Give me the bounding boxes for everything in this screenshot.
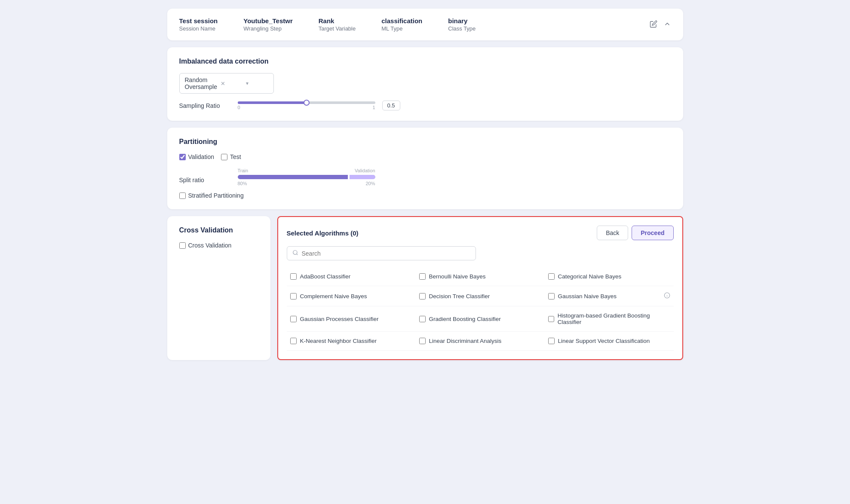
- class-label: binary: [448, 17, 476, 24]
- algo-name: Categorical Naive Bayes: [558, 273, 622, 280]
- algo-name: Complement Naive Bayes: [300, 293, 367, 299]
- edit-icon[interactable]: [650, 20, 657, 29]
- slider-thumb[interactable]: [304, 100, 310, 106]
- split-ratio-row: Split ratio Train Validation 80% 20%: [179, 168, 671, 186]
- algos-header: Selected Algorithms (0) Back Proceed: [287, 226, 674, 240]
- algo-item[interactable]: Categorical Naive Bayes: [545, 267, 674, 286]
- cross-validation-section: Cross Validation Cross Validation: [167, 216, 270, 360]
- algo-item[interactable]: Gaussian Naive Bayes: [545, 286, 674, 306]
- validation-checkbox[interactable]: [179, 154, 186, 160]
- stratified-label: Stratified Partitioning: [188, 192, 244, 199]
- ml-field: classification ML Type: [381, 17, 422, 32]
- partitioning-title: Partitioning: [179, 138, 671, 146]
- algo-checkbox[interactable]: [290, 273, 297, 280]
- slider-fill: [238, 101, 307, 104]
- val-pct: 20%: [348, 181, 375, 186]
- validation-checkbox-item[interactable]: Validation: [179, 153, 214, 160]
- algo-name: Gaussian Naive Bayes: [558, 293, 617, 299]
- algo-checkbox[interactable]: [419, 273, 426, 280]
- algo-checkbox[interactable]: [290, 316, 297, 322]
- algo-checkbox[interactable]: [548, 316, 554, 322]
- partitioning-section: Partitioning Validation Test Split ratio…: [167, 128, 683, 209]
- algo-item[interactable]: K-Nearest Neighbor Classifier: [287, 332, 416, 351]
- dropdown-value: Random Oversample: [185, 76, 217, 90]
- algo-item[interactable]: Gradient Boosting Classifier: [416, 306, 545, 332]
- algo-checkbox[interactable]: [548, 293, 555, 299]
- algo-name: Gaussian Processes Classifier: [300, 316, 379, 322]
- svg-point-0: [293, 250, 297, 254]
- header-actions: [650, 20, 671, 29]
- sampling-ratio-label: Sampling Ratio: [179, 102, 231, 109]
- session-value: Session Name: [179, 25, 218, 32]
- wrangling-label: Youtube_Testwr: [243, 17, 292, 24]
- algos-title: Selected Algorithms (0): [287, 229, 359, 237]
- algo-name: Linear Support Vector Classification: [558, 338, 650, 344]
- split-pct-labels: 80% 20%: [238, 181, 375, 186]
- slider-track[interactable]: [238, 101, 375, 104]
- algo-name: Linear Discriminant Analysis: [429, 338, 502, 344]
- algo-checkbox[interactable]: [548, 273, 555, 280]
- split-axis-labels: Train Validation: [238, 168, 375, 173]
- ml-value: ML Type: [381, 25, 422, 32]
- search-box[interactable]: [287, 246, 476, 260]
- algo-checkbox[interactable]: [290, 293, 297, 299]
- search-icon: [292, 250, 298, 257]
- cross-val-checkbox[interactable]: [179, 242, 186, 249]
- info-icon[interactable]: [664, 292, 670, 300]
- algo-checkbox[interactable]: [419, 338, 426, 344]
- algo-name: Decision Tree Classifier: [429, 293, 490, 299]
- validation-label: Validation: [188, 153, 214, 160]
- split-ratio-label: Split ratio: [179, 168, 231, 183]
- chevron-down-icon[interactable]: ▾: [246, 80, 268, 86]
- split-divider: [348, 175, 350, 179]
- train-pct: 80%: [238, 181, 348, 186]
- slider-max: 1: [372, 105, 375, 110]
- stratified-checkbox-item[interactable]: Stratified Partitioning: [179, 192, 671, 199]
- cross-val-checkbox-item[interactable]: Cross Validation: [179, 242, 258, 249]
- algorithms-list: AdaBoost ClassifierBernoulli Naive Bayes…: [287, 267, 674, 351]
- split-validation-fill: [350, 175, 375, 179]
- algo-item[interactable]: AdaBoost Classifier: [287, 267, 416, 286]
- proceed-button[interactable]: Proceed: [632, 226, 673, 240]
- collapse-icon[interactable]: [663, 20, 671, 29]
- algo-item[interactable]: Histogram-based Gradient Boosting Classi…: [545, 306, 674, 332]
- back-button[interactable]: Back: [597, 226, 628, 240]
- cross-val-title: Cross Validation: [179, 226, 258, 234]
- split-train-fill: [238, 175, 348, 179]
- algo-item[interactable]: Bernoulli Naive Bayes: [416, 267, 545, 286]
- wrangling-field: Youtube_Testwr Wrangling Step: [243, 17, 292, 32]
- train-axis-label: Train: [238, 168, 249, 173]
- test-checkbox-item[interactable]: Test: [221, 153, 241, 160]
- stratified-checkbox[interactable]: [179, 192, 186, 199]
- algo-checkbox[interactable]: [419, 316, 426, 322]
- search-input[interactable]: [302, 250, 470, 257]
- algo-name: AdaBoost Classifier: [300, 273, 351, 280]
- test-checkbox[interactable]: [221, 154, 227, 160]
- sampling-ratio-row: Sampling Ratio 0 1 0.5: [179, 101, 671, 110]
- imbalanced-dropdown[interactable]: Random Oversample ✕ ▾: [179, 73, 274, 94]
- target-label: Rank: [319, 17, 356, 24]
- algo-item[interactable]: Linear Support Vector Classification: [545, 332, 674, 351]
- ml-label: classification: [381, 17, 422, 24]
- cross-val-label: Cross Validation: [188, 242, 232, 249]
- session-label: Test session: [179, 17, 218, 24]
- slider-value[interactable]: 0.5: [382, 101, 400, 110]
- algo-checkbox[interactable]: [290, 338, 297, 344]
- session-field: Test session Session Name: [179, 17, 218, 32]
- algo-item[interactable]: Complement Naive Bayes: [287, 286, 416, 306]
- target-field: Rank Target Variable: [319, 17, 356, 32]
- slider-min: 0: [238, 105, 240, 110]
- algo-item[interactable]: Decision Tree Classifier: [416, 286, 545, 306]
- algo-item[interactable]: Gaussian Processes Classifier: [287, 306, 416, 332]
- algo-checkbox[interactable]: [419, 293, 426, 299]
- clear-icon[interactable]: ✕: [221, 80, 242, 87]
- algo-name: Histogram-based Gradient Boosting Classi…: [558, 312, 670, 325]
- algo-checkbox[interactable]: [548, 338, 555, 344]
- algo-name: Bernoulli Naive Bayes: [429, 273, 486, 280]
- algo-item[interactable]: Linear Discriminant Analysis: [416, 332, 545, 351]
- test-label: Test: [230, 153, 241, 160]
- split-bar[interactable]: [238, 175, 375, 179]
- bottom-row: Cross Validation Cross Validation Select…: [167, 216, 683, 360]
- validation-axis-label: Validation: [355, 168, 375, 173]
- split-bar-wrapper: Train Validation 80% 20%: [238, 168, 375, 186]
